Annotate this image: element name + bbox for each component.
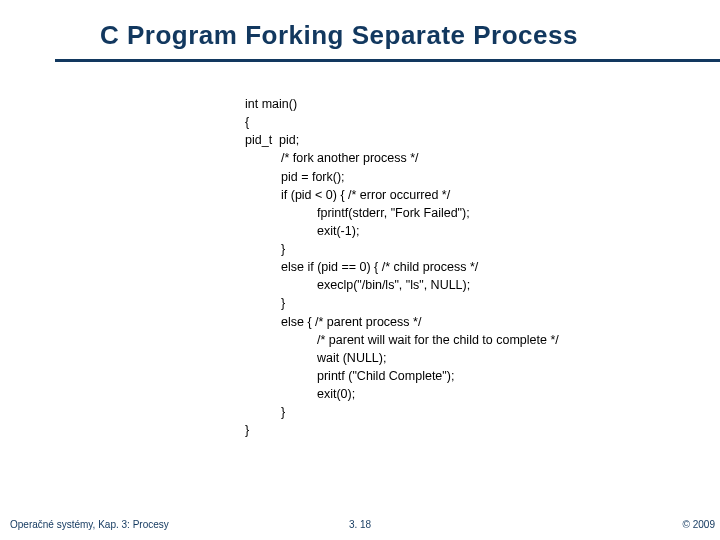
code-line: /* parent will wait for the child to com… (245, 331, 559, 349)
code-line: pid = fork(); (245, 168, 559, 186)
code-line: if (pid < 0) { /* error occurred */ (245, 186, 559, 204)
code-line: else { /* parent process */ (245, 313, 559, 331)
code-line: { (245, 113, 559, 131)
code-line: fprintf(stderr, "Fork Failed"); (245, 204, 559, 222)
code-line: exit(0); (245, 385, 559, 403)
footer-center: 3. 18 (349, 519, 371, 530)
code-line: wait (NULL); (245, 349, 559, 367)
code-block: int main() { pid_t pid; /* fork another … (245, 95, 559, 439)
code-line: } (245, 294, 559, 312)
code-line: execlp("/bin/ls", "ls", NULL); (245, 276, 559, 294)
code-line: else if (pid == 0) { /* child process */ (245, 258, 559, 276)
code-line: /* fork another process */ (245, 149, 559, 167)
code-line: int main() (245, 95, 559, 113)
code-line: pid_t pid; (245, 131, 559, 149)
slide: C Program Forking Separate Process int m… (0, 0, 720, 540)
code-line: } (245, 240, 559, 258)
footer-right: © 2009 (683, 519, 715, 530)
code-line: exit(-1); (245, 222, 559, 240)
code-line: printf ("Child Complete"); (245, 367, 559, 385)
code-line: } (245, 403, 559, 421)
title-underline (55, 59, 720, 62)
slide-title: C Program Forking Separate Process (0, 0, 720, 59)
footer-left: Operačné systémy, Kap. 3: Procesy (10, 519, 169, 530)
code-line: } (245, 421, 559, 439)
